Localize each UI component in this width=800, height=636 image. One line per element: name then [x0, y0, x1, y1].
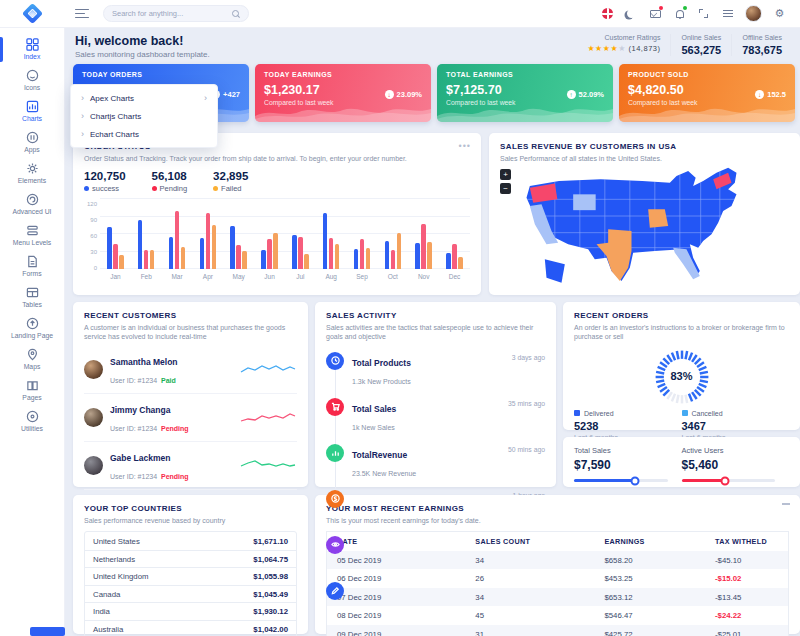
search-icon[interactable]	[232, 10, 240, 18]
customer-ratings: Customer Ratings ★★★★★ (14,873)	[577, 34, 670, 56]
wave-decoration	[255, 100, 431, 122]
book-icon	[26, 379, 39, 392]
map-zoom-controls: + −	[500, 169, 511, 197]
sidebar-item-advanced-ui[interactable]: Advanced UI	[0, 189, 64, 220]
sidebar-item-forms[interactable]: Forms	[0, 251, 64, 282]
grid-icon	[26, 38, 39, 51]
sidebar-item-landing-page[interactable]: Landing Page	[0, 313, 64, 344]
recent-customers-card: RECENT CUSTOMERS A customer is an indivi…	[73, 302, 308, 487]
menu-lines-icon[interactable]	[721, 7, 734, 20]
sidebar-item-utilities[interactable]: Utilities	[0, 406, 64, 437]
countries-table: United States$1,671.10 Netherlands$1,064…	[84, 531, 297, 636]
table-row: 09 Dec 201931$425.72-$25.01	[327, 625, 788, 636]
sidebar-item-apps[interactable]: Apps	[0, 127, 64, 158]
sidebar-item-maps[interactable]: Maps	[0, 344, 64, 375]
total-sales-block: Total Sales $7,590	[574, 446, 682, 478]
chart-y-axis: 1209060300	[84, 199, 100, 269]
chart-icon	[26, 100, 39, 113]
menu-item-chartjs-charts[interactable]: ›Chartjs Charts	[71, 107, 217, 125]
state-missouri[interactable]	[648, 209, 668, 227]
language-flag-icon[interactable]	[601, 7, 614, 20]
order-status-card: ORDER STATUS ••• Order Status and Tracki…	[73, 133, 481, 295]
today-earnings-card[interactable]: TODAY EARNINGS $1,230.17 Compared to las…	[255, 64, 431, 122]
sidebar-item-elements[interactable]: Elements	[0, 158, 64, 189]
sidebar-item-pages[interactable]: Pages	[0, 375, 64, 406]
customer-avatar	[84, 360, 103, 379]
sidebar-item-icons[interactable]: Icons	[0, 65, 64, 96]
sidebar: Index Icons Charts Apps Elements Advance…	[0, 28, 65, 636]
legend-dot	[213, 186, 218, 191]
app-logo[interactable]	[0, 6, 65, 21]
card-description: Sales performance revenue based by count…	[84, 516, 297, 525]
fullscreen-icon[interactable]	[697, 7, 710, 20]
customer-row[interactable]: Samantha MelonUser ID: #1234 Paid	[84, 346, 297, 393]
customer-row[interactable]: Gabe LackmenUser ID: #1234 Pending	[84, 441, 297, 489]
order-status-stats: 120,750 success 56,108 Pending 32,895 Fa…	[84, 170, 470, 193]
map-pin-icon	[26, 348, 39, 361]
country-row: Canada$1,045.49	[85, 585, 296, 603]
sidebar-item-menu-levels[interactable]: Menu Levels	[0, 220, 64, 251]
sidebar-item-tables[interactable]: Tables	[0, 282, 64, 313]
arrow-down-icon: ↓	[385, 90, 394, 99]
settings-gear-icon[interactable]: ⚙	[773, 7, 786, 20]
search-input[interactable]	[112, 9, 232, 18]
submenu-chevron-icon: ›	[204, 93, 207, 103]
layers-icon	[26, 224, 39, 237]
chevron-right-icon: ›	[81, 129, 84, 139]
card-title: SALES REVENUE BY CUSTOMERS IN USA	[500, 142, 789, 151]
country-row: United Kingdom$1,055.98	[85, 567, 296, 585]
activity-item[interactable]: Total Products1.3k New Products 3 days a…	[326, 347, 545, 393]
top-navbar: ⚙	[0, 0, 800, 28]
notifications-icon[interactable]	[673, 7, 686, 20]
recent-earnings-card: YOUR MOST RECENT EARNINGS This is your m…	[315, 495, 800, 634]
search-bar[interactable]	[103, 5, 249, 22]
compass-icon	[26, 317, 39, 330]
map-zoom-in-button[interactable]: +	[500, 169, 511, 180]
total-earnings-card[interactable]: TOTAL EARNINGS $7,125.70 Compared to las…	[437, 64, 613, 122]
menu-item-echart-charts[interactable]: ›Echart Charts	[71, 125, 217, 143]
state-wyoming[interactable]	[573, 194, 596, 210]
table-header-row: DATE SALES COUNT EARNINGS TAX WITHELD	[327, 532, 788, 551]
activity-item[interactable]: TotalRevenue23.5K New Revenue 50 mins ag…	[326, 439, 545, 485]
menu-item-apex-charts[interactable]: ›Apex Charts›	[71, 89, 217, 107]
activity-item[interactable]: Total Sales1k New Sales 35 mins ago	[326, 393, 545, 439]
sales-overview-card: Total Sales $7,590 Active Users $5,460	[563, 437, 800, 487]
card-minimize-icon[interactable]	[782, 503, 790, 505]
clock-icon	[326, 352, 344, 370]
messages-icon[interactable]	[649, 7, 662, 20]
sidebar-toggle-icon[interactable]	[75, 6, 89, 20]
offline-sales-stat: Offline Sales 783,675	[731, 34, 792, 56]
legend-square	[682, 410, 688, 416]
arrow-up-icon: ↑	[567, 90, 576, 99]
failed-stat: 32,895 Failed	[213, 170, 248, 193]
chart-bars: JanFebMarAprMayJunJulAugSepOctNovDec	[100, 199, 470, 269]
usa-map-graphic[interactable]	[519, 161, 774, 286]
rating-stars: ★★★★★ (14,873)	[587, 44, 660, 53]
card-title: SALES ACTIVITY	[326, 311, 545, 320]
user-avatar[interactable]	[745, 5, 762, 22]
table-row: 08 Dec 201945$546.47-$24.22	[327, 606, 788, 625]
navbar-actions: ⚙	[601, 5, 800, 22]
usa-map-card: SALES REVENUE BY CUSTOMERS IN USA Sales …	[489, 133, 800, 295]
online-sales-stat: Online Sales 563,275	[670, 34, 731, 56]
product-sold-card[interactable]: PRODUCT SOLD $4,820.50 Compared to last …	[619, 64, 795, 122]
total-sales-slider[interactable]	[574, 479, 668, 482]
customer-row[interactable]: Jimmy ChangaUser ID: #1234 Pending	[84, 393, 297, 441]
active-users-slider[interactable]	[682, 479, 776, 482]
sidebar-item-index[interactable]: Index	[0, 34, 64, 65]
country-row: Netherlands$1,064.75	[85, 550, 296, 568]
sparkline	[239, 409, 297, 425]
card-options-icon[interactable]: •••	[459, 141, 471, 151]
dark-mode-icon[interactable]	[625, 7, 638, 20]
country-row: Australia$1,042.00	[85, 620, 296, 636]
map-zoom-out-button[interactable]: −	[500, 183, 511, 194]
sidebar-item-charts[interactable]: Charts	[0, 96, 64, 127]
state-alaska[interactable]	[545, 259, 565, 282]
sales-activity-card: SALES ACTIVITY Sales activities are the …	[315, 302, 556, 487]
card-title: RECENT CUSTOMERS	[84, 311, 297, 320]
total-earnings-badge: ↑52.09%	[567, 90, 604, 99]
legend-dot	[152, 186, 157, 191]
charts-dropdown-menu: ›Apex Charts› ›Chartjs Charts ›Echart Ch…	[70, 84, 218, 148]
recent-orders-card: RECENT ORDERS An order is an investor's …	[563, 302, 800, 430]
chart-plot-area: JanFebMarAprMayJunJulAugSepOctNovDec	[100, 199, 470, 269]
